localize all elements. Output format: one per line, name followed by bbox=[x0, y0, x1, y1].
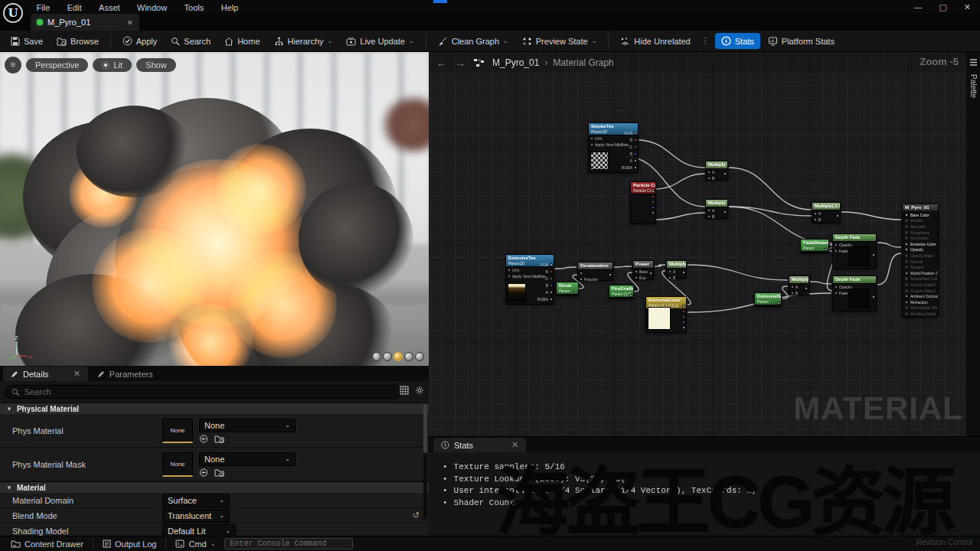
phys-material-dropdown[interactable]: None⌄ bbox=[199, 419, 296, 432]
window-close-button[interactable]: ✕ bbox=[964, 2, 971, 12]
menu-file[interactable]: File bbox=[29, 2, 57, 14]
menu-window[interactable]: Window bbox=[130, 2, 174, 14]
material-graph-canvas[interactable]: ← → M_Pyro_01 › Material Graph Zoom -5 S… bbox=[429, 52, 980, 436]
hide-unrelated-options-icon[interactable]: ⋮ bbox=[698, 36, 714, 46]
graph-node-desat-param[interactable]: DesatParam bbox=[556, 282, 579, 296]
output-pin[interactable] bbox=[652, 211, 655, 214]
output-pin[interactable]: Opacity Mask bbox=[903, 253, 938, 259]
output-pin[interactable]: R bbox=[629, 138, 637, 142]
section-material[interactable]: ▼Material bbox=[0, 481, 429, 493]
graph-node-emissive-tex[interactable]: EmissiveTexParam2DUVsApply View MipBiasR… bbox=[505, 254, 554, 305]
output-pin[interactable] bbox=[652, 195, 655, 198]
output-pin[interactable]: Refraction bbox=[903, 299, 938, 305]
input-pin[interactable]: Exp bbox=[633, 275, 653, 281]
menu-tools[interactable]: Tools bbox=[178, 2, 211, 14]
output-pin[interactable]: G bbox=[545, 276, 553, 281]
graph-node-multiply-d[interactable]: MultiplyAB bbox=[789, 276, 809, 295]
output-pin[interactable] bbox=[724, 172, 727, 175]
graph-node-desaturation[interactable]: DesaturationFraction bbox=[577, 262, 613, 281]
console-command-input[interactable] bbox=[224, 538, 353, 549]
graph-node-emissive-scale[interactable]: EmissiveScaleParam bbox=[754, 292, 782, 307]
output-pin[interactable]: R bbox=[545, 269, 553, 274]
input-pin[interactable]: B bbox=[667, 275, 686, 281]
output-pin[interactable]: Custom Data 0 bbox=[903, 282, 938, 288]
preview-mesh-plane-button[interactable] bbox=[394, 352, 403, 361]
output-pin[interactable]: Opacity bbox=[903, 247, 938, 253]
output-pin[interactable] bbox=[872, 295, 875, 298]
browse-to-asset-icon[interactable] bbox=[214, 468, 224, 477]
tab-close-icon[interactable]: ✕ bbox=[127, 18, 133, 27]
hierarchy-button[interactable]: Hierarchy⌄ bbox=[268, 34, 339, 49]
preview-mesh-custom-button[interactable] bbox=[415, 352, 424, 361]
output-pin[interactable]: Roughness bbox=[903, 230, 938, 236]
breadcrumb-asset[interactable]: M_Pyro_01 bbox=[492, 57, 539, 68]
graph-node-multiply-const[interactable]: Multiply(,1.5)AB bbox=[812, 202, 841, 223]
section-physical-material[interactable]: ▼Physical Material bbox=[0, 403, 429, 414]
stats-button[interactable]: Stats bbox=[715, 33, 760, 49]
output-pin[interactable] bbox=[652, 201, 655, 204]
window-maximize-button[interactable]: ▢ bbox=[939, 2, 946, 12]
output-pin[interactable] bbox=[649, 272, 652, 275]
graph-node-smoke-tex[interactable]: SmokeTexParam2DUVsApply View MipBiasRGBR… bbox=[588, 122, 639, 173]
input-pin[interactable] bbox=[578, 270, 612, 276]
apply-button[interactable]: Apply bbox=[116, 33, 164, 49]
graph-node-depth-fade-1[interactable]: Depth FadeOpacityFadeDistance bbox=[832, 233, 877, 269]
revision-control-status[interactable]: Revision Control bbox=[916, 538, 972, 546]
output-pin[interactable]: RGB bbox=[624, 131, 637, 135]
use-selected-icon[interactable] bbox=[199, 435, 208, 443]
graph-node-power[interactable]: PowerBaseExp bbox=[632, 260, 654, 280]
output-pin[interactable]: RGB bbox=[540, 262, 553, 267]
output-pin[interactable] bbox=[574, 291, 577, 294]
graph-node-multiply-c[interactable]: MultiplyAB bbox=[666, 260, 687, 279]
nav-forward-icon[interactable]: → bbox=[455, 57, 466, 69]
output-pin[interactable]: Ambient Occlusion bbox=[903, 293, 938, 299]
output-pin[interactable] bbox=[682, 315, 685, 318]
save-button[interactable]: Save bbox=[5, 34, 49, 49]
graph-node-particle-color[interactable]: Particle ColorParticle Color bbox=[630, 181, 656, 224]
output-pin[interactable]: Emissive Color bbox=[903, 241, 938, 247]
home-button[interactable]: Home bbox=[218, 34, 266, 49]
output-pin[interactable]: B bbox=[630, 152, 637, 156]
viewport-menu-icon[interactable]: ≡ bbox=[5, 57, 21, 73]
tab-parameters[interactable]: Parameters bbox=[90, 367, 161, 381]
output-pin[interactable] bbox=[777, 302, 780, 305]
output-pin[interactable] bbox=[872, 253, 875, 256]
preview-mesh-cube-button[interactable] bbox=[404, 352, 413, 361]
cmd-selector[interactable]: Cmd⌄ bbox=[169, 540, 221, 549]
output-pin[interactable]: B bbox=[546, 283, 553, 288]
output-pin[interactable] bbox=[652, 190, 655, 193]
output-pin[interactable]: RGBA bbox=[537, 297, 553, 302]
material-preview-viewport[interactable]: ≡ Perspective Lit Show Z x bbox=[0, 52, 429, 366]
stats-close-icon[interactable]: ✕ bbox=[511, 440, 518, 450]
output-pin[interactable]: Subsurface Color bbox=[903, 276, 938, 282]
graph-node-depth-fade-2[interactable]: Depth FadeOpacityFadeDistance bbox=[832, 276, 877, 311]
tab-m-pyro-01[interactable]: M_Pyro_01 ✕ bbox=[31, 14, 139, 31]
reset-to-default-icon[interactable]: ↺ bbox=[413, 510, 420, 520]
output-pin[interactable]: Normal bbox=[903, 259, 938, 265]
details-close-icon[interactable]: ✕ bbox=[74, 369, 80, 379]
output-pin[interactable]: Specular bbox=[903, 223, 938, 230]
graph-node-multiply-a[interactable]: MultiplyAB bbox=[705, 161, 728, 181]
menu-asset[interactable]: Asset bbox=[92, 2, 127, 14]
output-pin[interactable] bbox=[652, 206, 655, 209]
output-pin[interactable]: Shading Model bbox=[903, 311, 938, 317]
menu-edit[interactable]: Edit bbox=[60, 2, 89, 14]
output-pin[interactable]: Pixel Depth Offset bbox=[903, 305, 938, 311]
output-pin[interactable]: Base Color bbox=[903, 212, 938, 218]
search-button[interactable]: Search bbox=[165, 34, 217, 49]
input-pin[interactable]: B bbox=[812, 217, 840, 223]
display-filter-icon[interactable] bbox=[400, 386, 409, 395]
hide-unrelated-button[interactable]: Hide Unrelated bbox=[614, 34, 696, 49]
lit-button[interactable]: Lit bbox=[93, 58, 132, 72]
output-pin[interactable] bbox=[682, 321, 685, 324]
browse-to-asset-icon[interactable] bbox=[214, 435, 224, 443]
output-pin[interactable]: World Position Offset bbox=[903, 270, 938, 276]
output-pin[interactable] bbox=[682, 305, 685, 308]
show-button[interactable]: Show bbox=[136, 58, 176, 72]
phys-material-mask-thumbnail[interactable]: None bbox=[162, 452, 193, 477]
use-selected-icon[interactable] bbox=[199, 468, 208, 477]
graph-node-fade-distance[interactable]: FadeDistanceParam bbox=[800, 239, 829, 253]
details-search-input[interactable] bbox=[24, 387, 394, 396]
output-pin[interactable] bbox=[825, 248, 828, 251]
output-pin[interactable] bbox=[805, 287, 808, 290]
